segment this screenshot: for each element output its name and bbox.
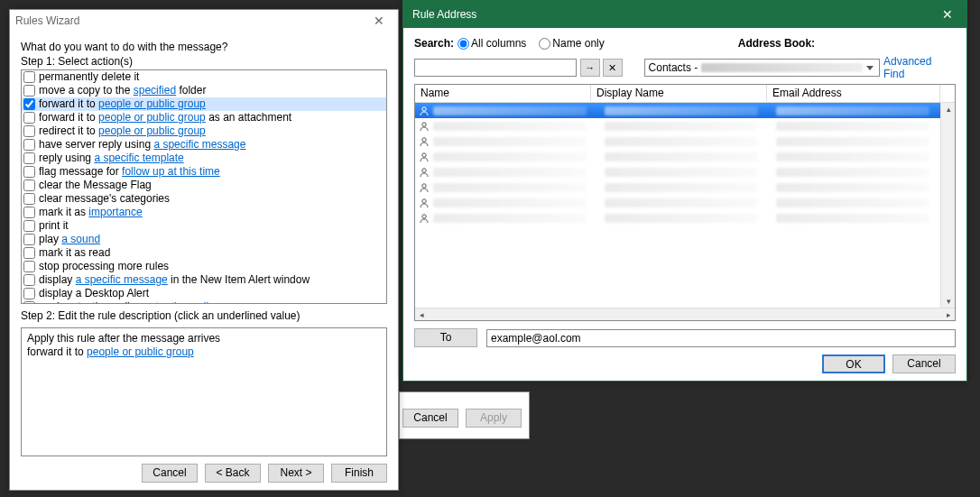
action-label: forward it to people or public group xyxy=(39,97,206,111)
contacts-body[interactable] xyxy=(415,103,940,308)
action-row[interactable]: mark it as read xyxy=(22,246,386,260)
action-row[interactable]: clear message's categories xyxy=(22,192,386,206)
col-header-display[interactable]: Display Name xyxy=(591,85,767,102)
action-row[interactable]: stop processing more rules xyxy=(22,260,386,273)
action-checkbox[interactable] xyxy=(23,179,35,191)
action-link[interactable]: people or public group xyxy=(98,124,206,137)
action-checkbox[interactable] xyxy=(23,125,35,137)
address-book-select[interactable]: Contacts - xyxy=(644,59,881,77)
action-row[interactable]: play a sound xyxy=(22,233,386,246)
action-link[interactable]: a specific template xyxy=(94,152,183,164)
svg-point-7 xyxy=(422,214,426,217)
wizard-next-button[interactable]: Next > xyxy=(268,464,324,483)
action-row[interactable]: reply using a specific template xyxy=(22,152,386,165)
action-row[interactable]: permanently delete it xyxy=(22,70,386,84)
advanced-find-link[interactable]: Advanced Find xyxy=(883,55,956,80)
action-label: forward it to people or public group as … xyxy=(39,111,291,124)
action-checkbox[interactable] xyxy=(23,139,35,151)
action-label: clear the Message Flag xyxy=(39,179,152,192)
action-label: move a copy to the specified folder xyxy=(39,84,206,97)
action-link[interactable]: follow up at this time xyxy=(122,165,220,178)
rule-address-window: Rule Address ✕ Search: All columns Name … xyxy=(402,0,967,382)
action-checkbox[interactable] xyxy=(23,288,35,299)
action-checkbox[interactable] xyxy=(23,247,35,259)
all-columns-radio[interactable]: All columns xyxy=(458,37,526,50)
action-checkbox[interactable] xyxy=(23,166,35,178)
action-checkbox[interactable] xyxy=(23,98,35,110)
scroll-left-icon[interactable]: ◂ xyxy=(415,310,428,319)
ok-button[interactable]: OK xyxy=(822,354,885,373)
contact-row[interactable] xyxy=(415,179,940,195)
underlying-dialog-buttons: Cancel Apply xyxy=(399,391,530,439)
action-checkbox[interactable] xyxy=(23,152,35,164)
search-input[interactable] xyxy=(414,59,577,77)
action-checkbox[interactable] xyxy=(23,85,35,97)
clear-button[interactable]: ✕ xyxy=(603,59,623,77)
col-header-email[interactable]: Email Address xyxy=(767,85,940,102)
contact-row[interactable] xyxy=(415,118,940,133)
action-link[interactable]: importance xyxy=(88,206,142,218)
horizontal-scrollbar[interactable]: ◂ ▸ xyxy=(415,308,955,320)
contact-row[interactable] xyxy=(415,164,940,179)
cancel-button[interactable]: Cancel xyxy=(892,354,956,373)
actions-list[interactable]: permanently delete itmove a copy to the … xyxy=(21,69,387,304)
action-row[interactable]: forward it to people or public group as … xyxy=(22,111,386,124)
rules-wizard-title: Rules Wizard xyxy=(15,14,365,27)
action-link[interactable]: specified xyxy=(134,84,176,97)
action-row[interactable]: forward it to people or public group xyxy=(22,97,386,111)
to-input[interactable] xyxy=(486,329,956,347)
name-only-radio[interactable]: Name only xyxy=(539,37,604,50)
scroll-down-icon[interactable]: ▾ xyxy=(941,295,956,308)
action-row[interactable]: have server reply using a specific messa… xyxy=(22,138,386,152)
rule-address-titlebar[interactable]: Rule Address ✕ xyxy=(403,1,966,28)
col-header-name[interactable]: Name xyxy=(415,85,591,102)
action-link[interactable]: a specific message xyxy=(76,273,168,286)
action-checkbox[interactable] xyxy=(23,261,35,272)
wizard-back-button[interactable]: < Back xyxy=(205,464,261,483)
action-label: display a Desktop Alert xyxy=(39,287,149,300)
rules-wizard-titlebar[interactable]: Rules Wizard ✕ xyxy=(10,10,398,32)
action-row[interactable]: move a copy to the specified folder xyxy=(22,84,386,97)
rule-description-box[interactable]: Apply this rule after the message arrive… xyxy=(21,327,387,456)
go-button[interactable]: → xyxy=(580,59,600,77)
action-checkbox[interactable] xyxy=(23,234,35,245)
action-checkbox[interactable] xyxy=(23,220,35,232)
action-row[interactable]: display a Desktop Alert xyxy=(22,287,386,300)
action-link[interactable]: a specific message xyxy=(153,138,245,151)
action-row[interactable]: flag message for follow up at this time xyxy=(22,165,386,179)
vertical-scrollbar[interactable]: ▴ ▾ xyxy=(940,103,955,308)
action-checkbox[interactable] xyxy=(23,207,35,218)
contact-row[interactable] xyxy=(415,195,940,210)
action-row[interactable]: mark it as importance xyxy=(22,206,386,219)
wizard-finish-button[interactable]: Finish xyxy=(331,464,387,483)
contact-row[interactable] xyxy=(415,210,940,225)
close-icon[interactable]: ✕ xyxy=(929,1,966,28)
action-row[interactable]: redirect it to people or public group xyxy=(22,124,386,138)
action-row[interactable]: clear the Message Flag xyxy=(22,179,386,192)
contact-row[interactable] xyxy=(415,103,940,118)
action-link[interactable]: people or public group xyxy=(98,97,206,110)
scroll-up-icon[interactable]: ▴ xyxy=(941,103,956,115)
person-icon xyxy=(419,213,430,224)
underlying-cancel-button[interactable]: Cancel xyxy=(402,409,458,428)
action-checkbox[interactable] xyxy=(23,274,35,286)
scroll-right-icon[interactable]: ▸ xyxy=(942,310,955,319)
close-icon[interactable]: ✕ xyxy=(365,14,393,28)
action-checkbox[interactable] xyxy=(23,301,35,304)
action-link[interactable]: people or public group xyxy=(98,111,206,124)
underlying-apply-button: Apply xyxy=(466,409,522,428)
action-checkbox[interactable] xyxy=(23,71,35,83)
action-checkbox[interactable] xyxy=(23,193,35,205)
action-row[interactable]: display a specific message in the New It… xyxy=(22,273,386,287)
desc-people-link[interactable]: people or public group xyxy=(87,345,194,358)
contact-row[interactable] xyxy=(415,133,940,149)
contact-row[interactable] xyxy=(415,149,940,164)
action-link[interactable]: a sound xyxy=(61,233,100,245)
action-row[interactable]: apply retention policy: retention policy xyxy=(22,300,386,304)
action-row[interactable]: print it xyxy=(22,219,386,233)
to-button[interactable]: To xyxy=(414,328,477,347)
action-link[interactable]: retention policy xyxy=(146,300,219,304)
action-checkbox[interactable] xyxy=(23,112,35,124)
action-label: clear message's categories xyxy=(39,192,170,206)
wizard-cancel-button[interactable]: Cancel xyxy=(142,464,198,483)
